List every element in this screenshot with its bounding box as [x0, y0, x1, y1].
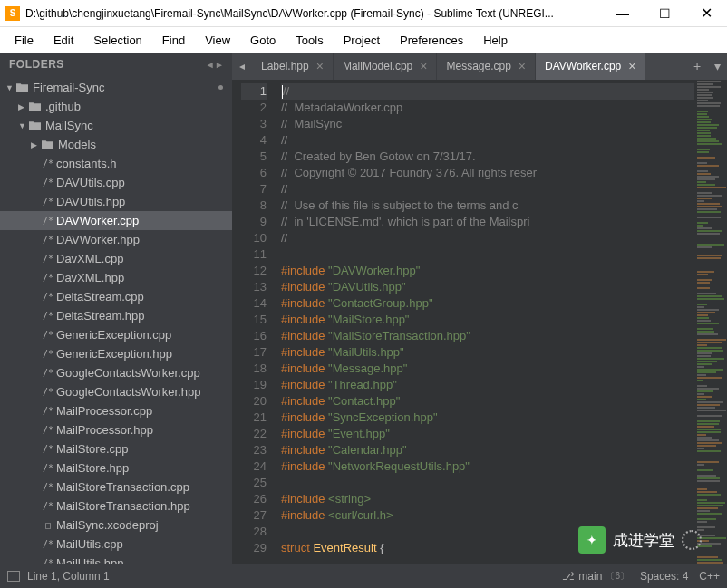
line-number[interactable]: 8 — [241, 198, 267, 214]
line-gutter[interactable]: 1234567891011121314151617181920212223242… — [232, 80, 276, 564]
code-line[interactable]: #include "Message.hpp" — [281, 361, 694, 377]
line-number[interactable]: 23 — [241, 442, 267, 458]
code-line[interactable]: // — [281, 132, 694, 149]
line-number[interactable]: 7 — [241, 181, 267, 198]
folder-models[interactable]: ▶Models — [0, 135, 232, 154]
code-line[interactable]: #include "MailStore.hpp" — [281, 312, 694, 328]
code-line[interactable]: #include <curl/curl.h> — [281, 507, 694, 524]
file-mailstore-hpp[interactable]: /*MailStore.hpp — [0, 458, 232, 477]
code-line[interactable]: // in 'LICENSE.md', which is part of the… — [281, 214, 694, 230]
file-davutils-cpp[interactable]: /*DAVUtils.cpp — [0, 173, 232, 192]
tab-message-cpp[interactable]: Message.cpp× — [437, 53, 536, 80]
git-branch[interactable]: ⎇ main 〔6〕 — [562, 570, 629, 583]
line-number[interactable]: 26 — [241, 491, 267, 507]
panel-icon[interactable] — [7, 571, 20, 582]
new-tab-button[interactable]: + — [687, 53, 707, 80]
line-number[interactable]: 10 — [241, 230, 267, 246]
line-number[interactable]: 25 — [241, 475, 267, 491]
close-icon[interactable]: × — [628, 59, 635, 73]
close-icon[interactable]: × — [316, 59, 324, 73]
file-googlecontactsworker-hpp[interactable]: /*GoogleContactsWorker.hpp — [0, 382, 232, 401]
maximize-button[interactable]: ☐ — [644, 0, 685, 27]
line-number[interactable]: 2 — [241, 100, 267, 116]
file-genericexception-cpp[interactable]: /*GenericException.cpp — [0, 325, 232, 344]
folder--github[interactable]: ▶.github — [0, 97, 232, 116]
code-line[interactable]: struct EventResult { — [281, 540, 694, 556]
menu-find[interactable]: Find — [153, 31, 194, 50]
menu-preferences[interactable]: Preferences — [391, 31, 472, 50]
code-line[interactable]: // — [281, 230, 694, 246]
code-line[interactable]: #include "DAVWorker.hpp" — [281, 263, 694, 279]
menu-project[interactable]: Project — [334, 31, 389, 50]
file-davutils-hpp[interactable]: /*DAVUtils.hpp — [0, 192, 232, 211]
close-icon[interactable]: × — [420, 59, 427, 73]
menu-view[interactable]: View — [196, 31, 239, 50]
code-line[interactable] — [281, 475, 694, 491]
code-line[interactable]: #include <string> — [281, 491, 694, 507]
file-deltastream-cpp[interactable]: /*DeltaStream.cpp — [0, 287, 232, 306]
line-number[interactable]: 19 — [241, 377, 267, 393]
code-line[interactable]: #include "SyncException.hpp" — [281, 410, 694, 426]
code-line[interactable]: #include "ContactGroup.hpp" — [281, 295, 694, 312]
folder-mailsync[interactable]: ▼MailSync — [0, 116, 232, 135]
file-mailprocessor-cpp[interactable]: /*MailProcessor.cpp — [0, 401, 232, 420]
line-number[interactable]: 28 — [241, 524, 267, 540]
tab-scroll-left[interactable]: ◂ — [232, 53, 252, 80]
folder-firemail-sync[interactable]: ▼Firemail-Sync — [0, 78, 232, 97]
code-line[interactable]: #include "NetworkRequestUtils.hpp" — [281, 458, 694, 475]
file-mailprocessor-hpp[interactable]: /*MailProcessor.hpp — [0, 420, 232, 439]
file-davworker-hpp[interactable]: /*DAVWorker.hpp — [0, 230, 232, 249]
file-mailutils-hpp[interactable]: /*MailUtils.hpp — [0, 554, 232, 564]
line-number[interactable]: 6 — [241, 165, 267, 181]
line-number[interactable]: 15 — [241, 312, 267, 328]
line-number[interactable]: 17 — [241, 344, 267, 361]
code-line[interactable]: #include "Event.hpp" — [281, 426, 694, 442]
line-number[interactable]: 3 — [241, 116, 267, 132]
tab-dropdown[interactable]: ▾ — [707, 53, 727, 80]
line-number[interactable]: 1 — [241, 83, 267, 100]
folder-tree[interactable]: ▼Firemail-Sync▶.github▼MailSync▶Models/*… — [0, 76, 232, 564]
menu-goto[interactable]: Goto — [241, 31, 285, 50]
minimap[interactable] — [694, 80, 727, 564]
menu-help[interactable]: Help — [474, 31, 517, 50]
file-davxml-hpp[interactable]: /*DavXML.hpp — [0, 268, 232, 287]
code-line[interactable] — [281, 246, 694, 263]
line-number[interactable]: 20 — [241, 393, 267, 410]
code-line[interactable]: #include "Calendar.hpp" — [281, 442, 694, 458]
tab-label-hpp[interactable]: Label.hpp× — [252, 53, 334, 80]
sidebar-nav-arrows[interactable]: ◂ ▸ — [208, 59, 223, 71]
code-line[interactable]: // Created by Ben Gotow on 7/31/17. — [281, 149, 694, 165]
line-number[interactable]: 22 — [241, 426, 267, 442]
file-genericexception-hpp[interactable]: /*GenericException.hpp — [0, 344, 232, 363]
file-googlecontactsworker-cpp[interactable]: /*GoogleContactsWorker.cpp — [0, 363, 232, 382]
line-number[interactable]: 21 — [241, 410, 267, 426]
line-number[interactable]: 14 — [241, 295, 267, 312]
cursor-position[interactable]: Line 1, Column 1 — [27, 570, 110, 583]
code-line[interactable]: #include "Contact.hpp" — [281, 393, 694, 410]
code-line[interactable]: #include "DAVUtils.hpp" — [281, 279, 694, 295]
file-mailsync-xcodeproj[interactable]: □MailSync.xcodeproj — [0, 516, 232, 535]
code-line[interactable]: // MailSync — [281, 116, 694, 132]
close-icon[interactable]: × — [519, 59, 526, 73]
line-number[interactable]: 27 — [241, 507, 267, 524]
line-number[interactable]: 29 — [241, 540, 267, 556]
file-mailstoretransaction-cpp[interactable]: /*MailStoreTransaction.cpp — [0, 477, 232, 496]
code-line[interactable] — [281, 524, 694, 540]
code-area[interactable]: 1234567891011121314151617181920212223242… — [232, 80, 727, 564]
file-mailstore-cpp[interactable]: /*MailStore.cpp — [0, 439, 232, 458]
line-number[interactable]: 13 — [241, 279, 267, 295]
line-number[interactable]: 5 — [241, 149, 267, 165]
code-line[interactable]: // MetadataWorker.cpp — [281, 100, 694, 116]
file-mailstoretransaction-hpp[interactable]: /*MailStoreTransaction.hpp — [0, 496, 232, 516]
code-line[interactable]: #include "MailUtils.hpp" — [281, 344, 694, 361]
indent-setting[interactable]: Spaces: 4 — [640, 570, 688, 583]
menu-tools[interactable]: Tools — [286, 31, 332, 50]
code-line[interactable]: // — [281, 181, 694, 198]
close-button[interactable]: ✕ — [685, 0, 727, 27]
menu-selection[interactable]: Selection — [84, 31, 150, 50]
line-number[interactable]: 9 — [241, 214, 267, 230]
code-line[interactable]: #include "Thread.hpp" — [281, 377, 694, 393]
file-mailutils-cpp[interactable]: /*MailUtils.cpp — [0, 535, 232, 554]
file-davworker-cpp[interactable]: /*DAVWorker.cpp — [0, 211, 232, 230]
minimize-button[interactable]: — — [602, 0, 644, 27]
